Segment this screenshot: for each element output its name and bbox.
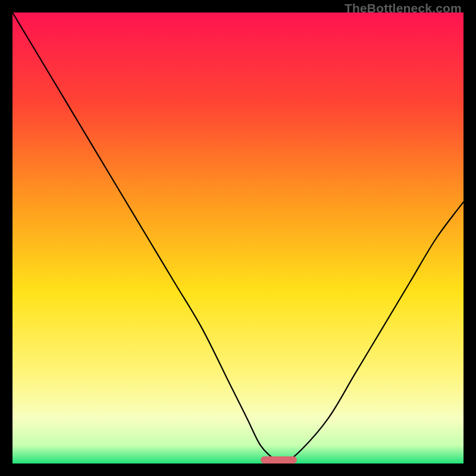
curve-path — [12, 12, 464, 464]
bottleneck-curve — [12, 12, 464, 464]
chart-frame: TheBottleneck.com — [0, 0, 476, 476]
optimal-range-marker — [261, 456, 297, 464]
watermark-label: TheBottleneck.com — [345, 1, 462, 15]
